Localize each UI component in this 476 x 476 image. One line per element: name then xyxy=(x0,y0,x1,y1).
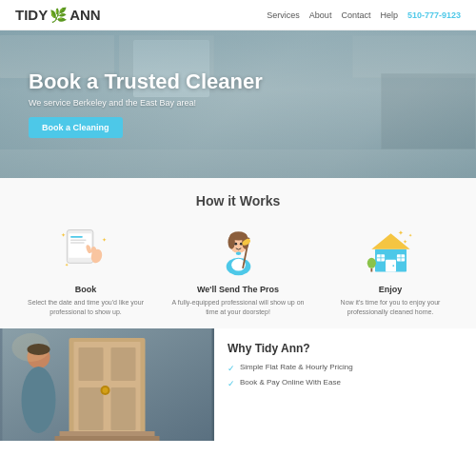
check-icon-2: ✓ xyxy=(228,379,235,388)
why-text-1: Simple Flat Rate & Hourly Pricing xyxy=(240,363,353,371)
why-text-2: Book & Pay Online With Ease xyxy=(240,378,341,387)
svg-text:✦: ✦ xyxy=(60,230,65,237)
how-it-works-section: How it Works ✦ xyxy=(0,178,476,328)
hero-title: Book a Trusted Cleaner xyxy=(29,70,263,93)
bottom-section: Why Tidy Ann? ✓ Simple Flat Rate & Hourl… xyxy=(0,328,476,441)
svg-rect-3 xyxy=(70,239,87,240)
book-icon: ✦ ✦ ✦ xyxy=(57,222,114,279)
hero-subtitle: We service Berkeley and the East Bay are… xyxy=(29,98,196,108)
svg-text:✦: ✦ xyxy=(407,232,411,237)
pros-icon xyxy=(209,222,267,279)
enjoy-icon: ✦ ✦ ✦ xyxy=(362,222,419,279)
svg-text:✦: ✦ xyxy=(64,263,68,268)
svg-point-45 xyxy=(103,387,109,393)
bottom-left-image xyxy=(0,328,214,441)
logo-leaf-icon: 🌿 xyxy=(50,7,68,24)
svg-rect-42 xyxy=(79,387,104,430)
svg-point-18 xyxy=(239,242,242,245)
nav-contact[interactable]: Contact xyxy=(341,10,370,20)
svg-text:✦: ✦ xyxy=(397,228,403,237)
site-header: TIDY 🌿 ANN Services About Contact Help 5… xyxy=(0,0,476,30)
svg-rect-41 xyxy=(111,347,136,381)
svg-rect-50 xyxy=(55,436,160,441)
svg-rect-49 xyxy=(60,431,155,436)
nav-help[interactable]: Help xyxy=(380,10,398,20)
nav-services[interactable]: Services xyxy=(267,10,300,20)
book-cleaning-button[interactable]: Book a Cleaning xyxy=(29,117,123,138)
step-enjoy-title: Enjoy xyxy=(379,285,403,294)
logo-ann: ANN xyxy=(69,7,101,23)
logo[interactable]: TIDY 🌿 ANN xyxy=(15,7,101,24)
svg-rect-43 xyxy=(111,387,136,430)
hero-content: Book a Trusted Cleaner We service Berkel… xyxy=(0,30,476,178)
svg-rect-33 xyxy=(370,268,372,271)
svg-point-47 xyxy=(22,367,56,433)
why-tidy-ann-section: Why Tidy Ann? ✓ Simple Flat Rate & Hourl… xyxy=(214,328,476,441)
step-pros-desc: A fully-equipped professional will show … xyxy=(168,298,308,317)
step-book: ✦ ✦ ✦ Book Select the date and time you'… xyxy=(10,222,162,317)
svg-rect-40 xyxy=(79,347,104,381)
svg-text:✦: ✦ xyxy=(403,239,407,245)
step-enjoy: ✦ ✦ ✦ Enjoy Now it's time for you to enj… xyxy=(314,222,466,317)
hero-section: Book a Trusted Cleaner We service Berkel… xyxy=(0,30,476,178)
step-pros-title: We'll Send The Pros xyxy=(197,285,279,294)
svg-text:✦: ✦ xyxy=(102,236,107,243)
logo-tidy: TIDY xyxy=(15,7,48,23)
step-pros: We'll Send The Pros A fully-equipped pro… xyxy=(162,222,314,317)
nav-about[interactable]: About xyxy=(309,10,332,20)
why-item-1: ✓ Simple Flat Rate & Hourly Pricing xyxy=(228,363,463,373)
svg-point-21 xyxy=(235,251,241,255)
steps-container: ✦ ✦ ✦ Book Select the date and time you'… xyxy=(10,222,466,317)
svg-rect-24 xyxy=(386,259,396,271)
step-enjoy-desc: Now it's time for you to enjoy your prof… xyxy=(320,298,461,317)
nav-phone[interactable]: 510-777-9123 xyxy=(407,10,461,20)
how-it-works-title: How it Works xyxy=(10,193,466,208)
svg-point-25 xyxy=(392,265,394,267)
main-nav: Services About Contact Help 510-777-9123 xyxy=(267,10,461,20)
svg-rect-2 xyxy=(70,235,83,237)
check-icon-1: ✓ xyxy=(228,364,235,373)
step-book-title: Book xyxy=(75,285,97,294)
svg-point-51 xyxy=(12,333,50,362)
svg-point-32 xyxy=(367,257,375,268)
svg-rect-4 xyxy=(70,242,85,243)
why-item-2: ✓ Book & Pay Online With Ease xyxy=(228,378,463,388)
why-title: Why Tidy Ann? xyxy=(228,342,463,355)
step-book-desc: Select the date and time you'd like your… xyxy=(15,298,156,317)
svg-point-17 xyxy=(234,242,237,245)
svg-point-15 xyxy=(228,235,234,249)
